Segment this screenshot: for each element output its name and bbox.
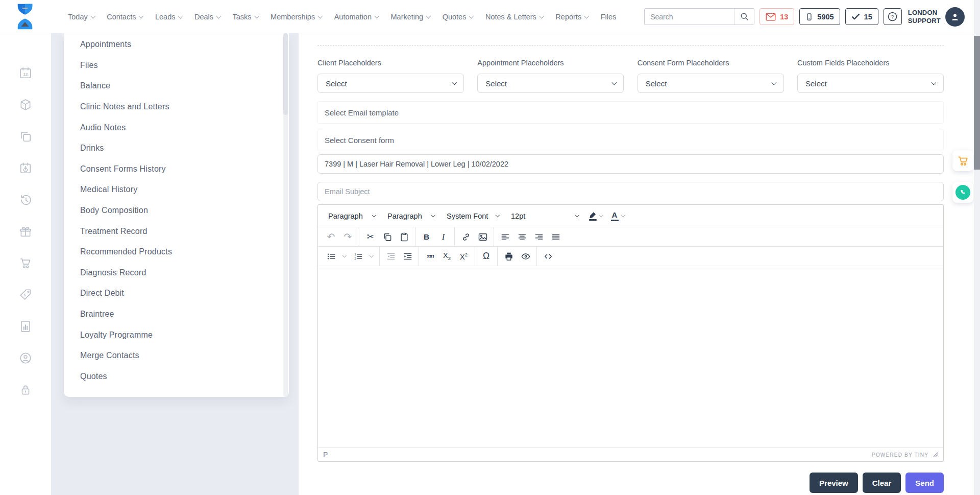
sidebar-item-loyalty-programme[interactable]: Loyalty Programme bbox=[64, 324, 289, 345]
cut-button[interactable]: ✂ bbox=[362, 229, 379, 245]
recipient-field[interactable] bbox=[317, 154, 944, 174]
appointment-placeholders-select[interactable]: Select bbox=[477, 74, 624, 93]
special-character-button[interactable]: Ω bbox=[478, 248, 495, 265]
package-icon[interactable] bbox=[19, 98, 32, 111]
superscript-button[interactable]: X2 bbox=[455, 248, 472, 265]
sidebar-item-medical-history[interactable]: Medical History bbox=[64, 179, 289, 200]
italic-button[interactable]: I bbox=[435, 229, 452, 245]
block-format-dropdown[interactable]: Paragraph bbox=[323, 207, 380, 225]
sidebar-item-diagnosis-record[interactable]: Diagnosis Record bbox=[64, 263, 289, 284]
sidebar-item-braintree[interactable]: Braintree bbox=[64, 304, 289, 325]
align-left-button[interactable] bbox=[497, 229, 513, 245]
nav-item-deals[interactable]: Deals bbox=[194, 13, 220, 21]
justify-button[interactable] bbox=[547, 229, 564, 245]
redo-button[interactable]: ↷ bbox=[339, 229, 356, 245]
nav-item-tasks[interactable]: Tasks bbox=[233, 13, 259, 21]
nav-item-today[interactable]: Today bbox=[68, 13, 94, 21]
page-scrollbar[interactable] bbox=[974, 0, 980, 495]
sidebar-item-drinks[interactable]: Drinks bbox=[64, 138, 289, 159]
search-input[interactable] bbox=[645, 9, 734, 25]
undo-button[interactable]: ↶ bbox=[323, 229, 339, 245]
clear-button[interactable]: Clear bbox=[863, 473, 901, 493]
nav-item-automation[interactable]: Automation bbox=[334, 13, 379, 21]
help-button[interactable]: ? bbox=[884, 8, 902, 25]
price-tag-icon[interactable]: $ bbox=[19, 288, 32, 301]
select-email-template[interactable]: Select Email template bbox=[317, 101, 944, 124]
sidebar-item-direct-debit[interactable]: Direct Debit bbox=[64, 283, 289, 304]
align-center-button[interactable] bbox=[513, 229, 530, 245]
sidebar-item-body-composition[interactable]: Body Composition bbox=[64, 200, 289, 221]
tiny-branding[interactable]: POWERED BY TINY bbox=[872, 452, 928, 458]
email-badge[interactable]: 13 bbox=[760, 8, 794, 25]
text-color-button[interactable]: A bbox=[608, 207, 628, 225]
outdent-button[interactable] bbox=[382, 248, 399, 265]
calls-badge[interactable]: 5905 bbox=[799, 8, 840, 25]
nav-item-leads[interactable]: Leads bbox=[155, 13, 182, 21]
sidebar-item-appointments[interactable]: Appointments bbox=[64, 34, 289, 55]
print-button[interactable] bbox=[500, 248, 517, 265]
email-subject-field[interactable] bbox=[317, 182, 944, 201]
insert-link-button[interactable] bbox=[457, 229, 474, 245]
paragraph-style-dropdown[interactable]: Paragraph bbox=[382, 207, 439, 225]
cart-floating-button[interactable] bbox=[952, 150, 973, 171]
account-menu[interactable]: LONDON SUPPORT bbox=[908, 7, 965, 27]
history-icon[interactable] bbox=[19, 193, 32, 206]
sidebar-scrollbar[interactable] bbox=[283, 33, 288, 397]
nav-item-notes-letters[interactable]: Notes & Letters bbox=[485, 13, 543, 21]
nav-item-contacts[interactable]: Contacts bbox=[107, 13, 143, 21]
font-size-dropdown[interactable]: 12pt bbox=[506, 207, 583, 225]
sidebar-item-quotes[interactable]: Quotes bbox=[64, 366, 289, 387]
source-code-button[interactable] bbox=[540, 248, 556, 265]
resize-handle[interactable] bbox=[933, 452, 938, 457]
calendar-icon[interactable]: 12 bbox=[19, 66, 32, 80]
subscript-button[interactable]: X2 bbox=[438, 248, 455, 265]
nav-item-marketing[interactable]: Marketing bbox=[391, 13, 430, 21]
gift-icon[interactable] bbox=[19, 225, 32, 238]
bullet-list-options-button[interactable] bbox=[339, 248, 350, 265]
highlight-color-button[interactable] bbox=[585, 207, 606, 225]
sidebar-item-files[interactable]: Files bbox=[64, 55, 289, 76]
font-family-dropdown[interactable]: System Font bbox=[442, 207, 504, 225]
search-button[interactable] bbox=[734, 9, 754, 25]
sidebar-item-clinic-notes[interactable]: Clinic Notes and Letters bbox=[64, 97, 289, 117]
sidebar-item-audio-notes[interactable]: Audio Notes bbox=[64, 117, 289, 138]
copy-pages-icon[interactable] bbox=[19, 130, 32, 143]
align-right-button[interactable] bbox=[530, 229, 547, 245]
select-consent-form[interactable]: Select Consent form bbox=[317, 129, 944, 151]
account-switch-icon[interactable] bbox=[19, 351, 32, 365]
sidebar-item-recommended-products[interactable]: Recommended Products bbox=[64, 242, 289, 263]
copy-button[interactable] bbox=[379, 229, 396, 245]
hourglass-logo[interactable] bbox=[15, 3, 35, 30]
phone-floating-button[interactable] bbox=[952, 182, 973, 203]
nav-item-reports[interactable]: Reports bbox=[555, 13, 588, 21]
insert-image-button[interactable] bbox=[474, 229, 491, 245]
numbered-list-button[interactable]: 12 bbox=[350, 248, 366, 265]
avatar[interactable] bbox=[945, 7, 965, 27]
consent-form-placeholders-select[interactable]: Select bbox=[638, 74, 784, 93]
nav-item-quotes[interactable]: Quotes bbox=[443, 13, 473, 21]
page-scroll-thumb[interactable] bbox=[974, 36, 980, 170]
editor-body[interactable] bbox=[318, 266, 943, 447]
numbered-list-options-button[interactable] bbox=[366, 248, 377, 265]
nav-item-files[interactable]: Files bbox=[601, 13, 617, 21]
cart-icon[interactable] bbox=[19, 256, 32, 270]
nav-item-memberships[interactable]: Memberships bbox=[271, 13, 322, 21]
preview-button-toolbar[interactable] bbox=[517, 248, 534, 265]
preview-button[interactable]: Preview bbox=[810, 473, 858, 493]
tasks-badge[interactable]: 15 bbox=[845, 8, 878, 25]
sidebar-scroll-thumb[interactable] bbox=[283, 33, 288, 115]
calendar-bag-icon[interactable] bbox=[19, 161, 32, 175]
send-button[interactable]: Send bbox=[905, 473, 944, 493]
sidebar-item-consent-forms[interactable]: Consent Forms History bbox=[64, 159, 289, 180]
custom-fields-placeholders-select[interactable]: Select bbox=[797, 74, 944, 93]
lock-icon[interactable] bbox=[19, 383, 32, 396]
blockquote-button[interactable]: ”” bbox=[422, 248, 438, 265]
report-icon[interactable] bbox=[19, 320, 32, 333]
client-placeholders-select[interactable]: Select bbox=[317, 74, 464, 93]
paste-button[interactable] bbox=[396, 229, 412, 245]
sidebar-item-balance[interactable]: Balance bbox=[64, 76, 289, 97]
sidebar-item-merge-contacts[interactable]: Merge Contacts bbox=[64, 345, 289, 366]
bold-button[interactable]: B bbox=[418, 229, 435, 245]
indent-button[interactable] bbox=[399, 248, 416, 265]
bullet-list-button[interactable] bbox=[323, 248, 339, 265]
